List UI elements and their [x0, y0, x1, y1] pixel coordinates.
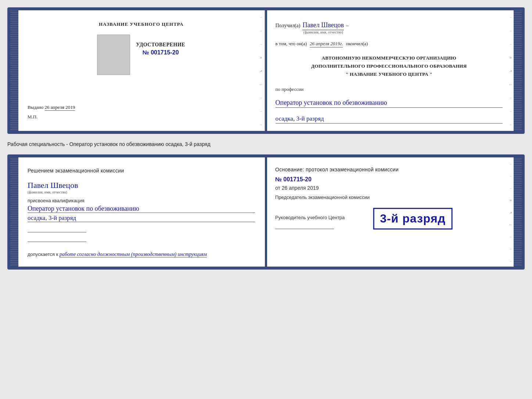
- issued-date: 26 апреля 2019: [45, 104, 75, 111]
- date-value: 26 апреля 2019г.: [310, 41, 343, 47]
- page-container: НАЗВАНИЕ УЧЕБНОГО ЦЕНТРА УДОСТОВЕРЕНИЕ №…: [7, 7, 525, 270]
- person-name: Павел Швецов: [28, 181, 255, 190]
- issued-line: Выдано 26 апреля 2019: [28, 104, 255, 110]
- profession-value: Оператор установок по обезвоживанию: [276, 99, 503, 108]
- assigned-label: присвоена квалификация: [28, 198, 255, 203]
- binding-right-bottom: [514, 157, 522, 267]
- right-side-marks: –––и,а‹––––: [259, 10, 263, 131]
- cert-info: УДОСТОВЕРЕНИЕ № 001715-20: [136, 42, 185, 56]
- binding-left-bottom: [10, 157, 18, 267]
- received-label: Получил(а): [276, 23, 301, 29]
- cert-number: № 001715-20: [136, 49, 185, 56]
- ot-date-value: 26 апреля 2019: [282, 185, 319, 191]
- speciality-value: осадка, 3-й разряд: [276, 115, 503, 124]
- cert-title: УДОСТОВЕРЕНИЕ: [136, 42, 185, 48]
- mp-label: М.П.: [28, 114, 37, 120]
- sig-line-2: [28, 235, 86, 242]
- bottom-left-panel: Решением экзаменационной комиссии Павел …: [18, 157, 264, 267]
- top-right-panel: Получил(а) Павел Швецов (фамилия, имя, о…: [265, 10, 514, 131]
- issued-label: Выдано: [28, 104, 43, 110]
- top-document-card: НАЗВАНИЕ УЧЕБНОГО ЦЕНТРА УДОСТОВЕРЕНИЕ №…: [7, 7, 525, 134]
- ot-label: от: [275, 185, 280, 191]
- dash: –: [346, 23, 349, 29]
- org-block: АВТОНОМНУЮ НЕКОММЕРЧЕСКУЮ ОРГАНИЗАЦИЮ ДО…: [276, 54, 503, 78]
- sig-line-1: [28, 225, 86, 232]
- finished-label: окончил(а): [346, 41, 368, 47]
- stamp-overlay: 3-й разряд: [373, 208, 453, 229]
- ot-date: от 26 апреля 2019: [275, 185, 503, 191]
- signature-lines: [28, 225, 255, 244]
- допускается-label: допускается к: [28, 252, 58, 257]
- protocol-number: № 001715-20: [275, 176, 503, 183]
- decision-label: Решением экзаменационной комиссии: [28, 167, 255, 175]
- osnование-label: Основание: протокол экзаменационной коми…: [275, 167, 503, 172]
- допускается-value: работе согласно должностным (производств…: [60, 252, 207, 257]
- in-that-label: в том, что он(а): [276, 41, 307, 47]
- допускается-block: допускается к работе согласно должностны…: [28, 252, 255, 257]
- photo-placeholder: [97, 35, 130, 75]
- top-center-header: НАЗВАНИЕ УЧЕБНОГО ЦЕНТРА: [99, 21, 184, 27]
- qual-speciality: осадка, 3-й разряд: [28, 214, 255, 222]
- received-name: Павел Швецов: [302, 21, 344, 30]
- predsed-block: Председатель экзаменационной комиссии: [275, 195, 503, 200]
- separator-label: Рабочая специальность - Оператор установ…: [7, 140, 525, 148]
- org-line1: АВТОНОМНУЮ НЕКОММЕРЧЕСКУЮ ОРГАНИЗАЦИЮ: [276, 54, 503, 62]
- right-side-marks-bottom: –––и,а‹––––: [508, 157, 513, 267]
- top-left-panel: НАЗВАНИЕ УЧЕБНОГО ЦЕНТРА УДОСТОВЕРЕНИЕ №…: [18, 10, 265, 131]
- received-line: Получил(а) Павел Швецов (фамилия, имя, о…: [276, 21, 503, 34]
- profession-label: по профессии: [276, 86, 503, 92]
- sig-line-right: [275, 222, 334, 229]
- fio-label-bottom: (фамилия, имя, отчество): [28, 190, 255, 194]
- org-line3: " НАЗВАНИЕ УЧЕБНОГО ЦЕНТРА ": [276, 70, 503, 78]
- fio-label-top: (фамилия, имя, отчество): [302, 30, 344, 34]
- bottom-right-panel: Основание: протокол экзаменационной коми…: [264, 157, 514, 267]
- right-side-marks-top: –––и,а‹––––: [508, 10, 513, 131]
- binding-right-top: [514, 10, 522, 131]
- bottom-document-card: Решением экзаменационной комиссии Павел …: [7, 154, 525, 270]
- binding-left: [10, 10, 18, 131]
- org-line2: ДОПОЛНИТЕЛЬНОГО ПРОФЕССИОНАЛЬНОГО ОБРАЗО…: [276, 62, 503, 70]
- qual-profession: Оператор установок по обезвоживанию: [28, 205, 255, 213]
- date-line: в том, что он(а) 26 апреля 2019г. окончи…: [276, 41, 503, 47]
